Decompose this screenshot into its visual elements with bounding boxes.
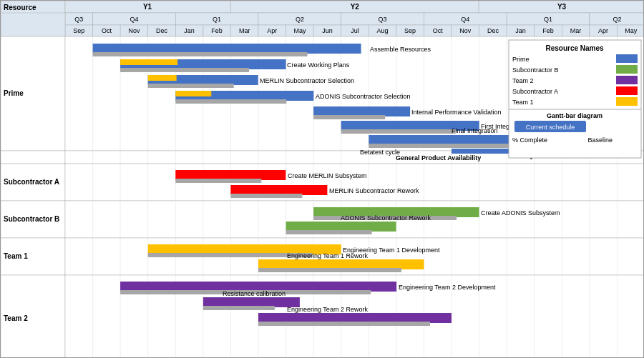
adonis-rework-baseline <box>286 230 372 234</box>
adonis-sel-overlay <box>175 91 211 96</box>
create-working-plans-overlay <box>120 59 177 65</box>
assemble-resources-label: Assemble Resources <box>370 46 431 53</box>
y2-label: Y2 <box>351 3 360 11</box>
team2-rework-label: Engineering Team 2 Rework <box>287 306 368 313</box>
first-int-baseline <box>341 129 456 134</box>
y3-label: Y3 <box>557 3 567 11</box>
q4-y2: Q4 <box>461 16 469 23</box>
create-working-plans-baseline <box>120 68 249 72</box>
gantt-chart: .hdr { font-family: Arial; font-size: 10… <box>0 0 644 358</box>
internal-val-bar <box>313 106 410 116</box>
month-oct1: Oct <box>102 27 112 34</box>
team1-rework-baseline <box>258 268 401 272</box>
team2-label: Team 2 <box>4 314 28 322</box>
legend-team2-label: Team 2 <box>512 77 534 84</box>
prime-label: Prime <box>4 89 24 97</box>
final-int-baseline <box>369 144 512 148</box>
gantt-svg: .hdr { font-family: Arial; font-size: 10… <box>0 0 644 358</box>
resistance-cal-bar <box>203 297 300 307</box>
q2-y2: Q2 <box>296 16 304 23</box>
q4-y1: Q4 <box>130 16 138 23</box>
legend-prime-label: Prime <box>512 56 530 63</box>
adonis-rework-bar <box>286 222 396 232</box>
team2-rework-bar <box>258 313 452 323</box>
month-sep2: Sep <box>404 27 416 34</box>
month-apr2: Apr <box>598 27 608 34</box>
svg-rect-35 <box>1 13 65 36</box>
gpa-label: General Product Availability <box>396 154 481 161</box>
create-merlin-baseline <box>175 179 261 183</box>
baseline-label: Baseline <box>587 136 613 144</box>
month-dec1: Dec <box>156 27 168 34</box>
merlin-sel-baseline <box>148 84 234 88</box>
betatest-label: Betatest cycle <box>360 149 400 156</box>
final-int-label: Final Integration <box>452 127 498 134</box>
resource-names-header: Resource <box>4 4 36 11</box>
month-aug1: Aug <box>377 27 389 34</box>
q3-y1: Q3 <box>74 16 83 23</box>
legend-subb-label: Subcontractor B <box>512 66 559 74</box>
current-schedule-label: Current schedule <box>526 124 575 131</box>
month-nov1: Nov <box>128 27 140 34</box>
subb-label: Subcontractor B <box>4 215 59 223</box>
merlin-rework-bar <box>230 185 327 195</box>
month-apr1: Apr <box>267 27 277 34</box>
team1-label: Team 1 <box>4 252 28 260</box>
month-mar2: Mar <box>570 27 582 34</box>
q1-y12: Q1 <box>213 16 221 23</box>
q2-y3: Q2 <box>613 16 621 23</box>
month-may1: May <box>293 27 306 34</box>
create-merlin-label: Create MERLIN Subsystem <box>288 172 367 179</box>
legend-subb-color <box>616 65 638 74</box>
month-feb1: Feb <box>211 27 223 34</box>
month-jan1: Jan <box>184 27 195 34</box>
gantt-bar-section-title: Gantt-bar diagram <box>547 112 602 119</box>
legend-suba-color <box>616 86 638 95</box>
assemble-resources-baseline <box>93 52 308 56</box>
create-working-plans-label: Create Working Plans <box>287 61 350 69</box>
adonis-rework-label: ADONIS Subcontractor Rework <box>341 214 431 222</box>
resistance-cal-baseline <box>203 306 275 310</box>
adonis-sel-label: ADONIS Subcontractor Selection <box>316 93 411 100</box>
assemble-resources-bar <box>93 44 361 54</box>
internal-val-baseline <box>313 115 385 119</box>
pct-complete-label: % Complete <box>512 136 547 144</box>
month-oct2: Oct <box>433 27 444 34</box>
svg-rect-38 <box>1 151 65 164</box>
q1-y3: Q1 <box>544 16 552 23</box>
month-dec2: Dec <box>487 27 499 34</box>
legend-team2-color <box>616 76 638 84</box>
team1-rework-bar <box>258 259 424 269</box>
merlin-sel-label: MERLIN Subcontractor Selection <box>260 77 354 84</box>
month-feb2: Feb <box>542 27 554 34</box>
legend-title: Resource Names <box>545 44 604 52</box>
create-merlin-bar <box>175 170 286 180</box>
month-jun1: Jun <box>322 27 333 34</box>
adonis-sel-baseline <box>175 99 286 104</box>
legend-team1-color <box>616 97 638 106</box>
month-mar1: Mar <box>239 27 250 34</box>
q3-y2: Q3 <box>379 16 387 23</box>
month-jan2: Jan <box>515 27 526 34</box>
svg-rect-41 <box>65 164 644 201</box>
y1-label: Y1 <box>143 3 152 11</box>
merlin-rework-baseline <box>230 194 302 198</box>
internal-val-label: Internal Performance Validation <box>411 109 501 116</box>
create-adonis-label: Create ADONIS Subsystem <box>481 209 560 217</box>
month-may2: May <box>625 27 638 34</box>
team1-rework-label: Engineering Team 1 Rework <box>287 252 368 259</box>
merlin-rework-label: MERLIN Subcontractor Rework <box>329 187 419 194</box>
team2-rework-baseline <box>258 322 430 326</box>
legend-suba-label: Subcontractor A <box>512 88 558 95</box>
legend-team1-label: Team 1 <box>512 99 534 106</box>
suba-label: Subcontractor A <box>4 178 59 186</box>
month-sep1: Sep <box>73 27 84 34</box>
team2-dev-label: Engineering Team 2 Development <box>399 284 496 291</box>
resistance-cal-label: Resistance calibration <box>223 290 286 297</box>
merlin-sel-overlay <box>148 75 177 81</box>
month-nov2: Nov <box>459 27 472 34</box>
month-jul1: Jul <box>351 27 359 34</box>
legend-prime-color <box>616 54 638 63</box>
